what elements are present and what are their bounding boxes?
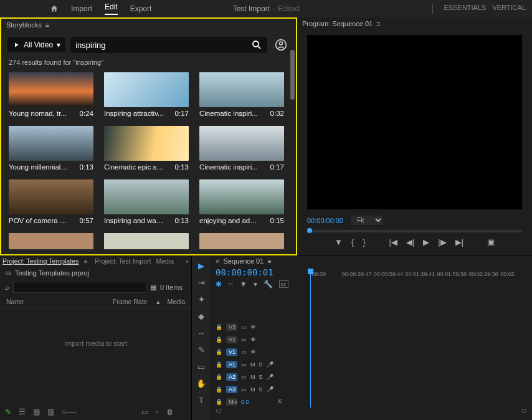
lock-icon[interactable]: 🔒 bbox=[216, 349, 222, 355]
eye-icon[interactable]: 👁 bbox=[250, 324, 256, 330]
tab-import[interactable]: Import bbox=[71, 4, 92, 13]
in-point-icon[interactable]: { bbox=[351, 237, 354, 247]
thumbnail[interactable] bbox=[199, 126, 284, 161]
col-media[interactable]: Media bbox=[160, 298, 185, 305]
razor-tool-icon[interactable]: ◆ bbox=[198, 312, 204, 321]
lock-icon[interactable]: 🔒 bbox=[216, 374, 222, 380]
workspace-essentials[interactable]: ESSENTIALS bbox=[444, 4, 487, 14]
stock-clip-item[interactable]: Young nomad, tr... 0:24 bbox=[9, 72, 93, 120]
project-tab-2[interactable]: Project: Test Import bbox=[95, 257, 151, 265]
panel-menu-icon[interactable] bbox=[45, 21, 52, 29]
go-to-out-icon[interactable]: ▶| bbox=[455, 237, 463, 247]
filter-dropdown[interactable]: All Video ▾ bbox=[7, 37, 65, 52]
voiceover-icon[interactable]: 🎤 bbox=[267, 361, 273, 368]
track-target[interactable]: V3 bbox=[226, 323, 237, 331]
step-back-icon[interactable]: ◀| bbox=[406, 237, 414, 247]
play-icon[interactable]: ▶ bbox=[423, 237, 429, 247]
go-to-in-icon[interactable]: |◀ bbox=[389, 237, 397, 247]
stock-clip-item[interactable]: Cinematic epic sh... 0:13 bbox=[104, 126, 189, 173]
track-target[interactable]: A3 bbox=[226, 386, 237, 393]
toggle-output-icon[interactable]: ▭ bbox=[241, 386, 247, 393]
solo-toggle[interactable]: S bbox=[259, 361, 263, 368]
home-icon[interactable] bbox=[50, 4, 59, 13]
pen-tool-icon[interactable]: ✎ bbox=[198, 345, 205, 355]
zoom-slider[interactable]: ○── bbox=[62, 408, 77, 416]
track-target[interactable]: A1 bbox=[226, 361, 237, 368]
marker-icon[interactable]: ▼ bbox=[335, 237, 343, 247]
thumbnail[interactable] bbox=[104, 179, 189, 214]
linked-selection-icon[interactable]: ∩ bbox=[228, 280, 234, 289]
tab-export[interactable]: Export bbox=[130, 4, 152, 13]
thumbnail[interactable] bbox=[199, 72, 284, 107]
thumbnail[interactable] bbox=[9, 72, 93, 107]
voiceover-icon[interactable]: 🎤 bbox=[267, 374, 273, 380]
stock-clip-item[interactable]: Young millennial ... 0:13 bbox=[9, 126, 93, 173]
eye-icon[interactable]: 👁 bbox=[250, 349, 256, 355]
project-tab-1[interactable]: Project: Testing Templates bbox=[2, 257, 78, 265]
track-select-tool-icon[interactable]: ⇥ bbox=[198, 278, 205, 287]
stock-clip-item[interactable]: Cinematic inspiri... 0:17 bbox=[199, 126, 284, 173]
marker-icon[interactable]: ▼ bbox=[240, 280, 247, 289]
type-tool-icon[interactable]: T bbox=[199, 396, 204, 405]
expand-icon[interactable]: ⇱ bbox=[278, 399, 283, 405]
mute-toggle[interactable]: M bbox=[250, 361, 255, 368]
track-target[interactable]: V1 bbox=[226, 348, 237, 356]
panel-menu-icon[interactable] bbox=[267, 257, 273, 265]
project-tab-3[interactable]: Media bbox=[156, 257, 174, 265]
cc-icon[interactable]: cc bbox=[279, 280, 288, 288]
stock-clip-item[interactable]: Inspiring and wan... 0:13 bbox=[104, 179, 189, 227]
ripple-edit-tool-icon[interactable]: ✦ bbox=[198, 295, 205, 304]
program-monitor[interactable] bbox=[307, 35, 522, 209]
filter-icon[interactable]: ▤ bbox=[150, 284, 156, 292]
zoom-fit-dropdown[interactable]: Fit bbox=[351, 216, 383, 225]
thumbnail[interactable] bbox=[104, 126, 189, 161]
icon-view-icon[interactable]: ▦ bbox=[33, 408, 40, 416]
solo-toggle[interactable]: S bbox=[259, 374, 263, 380]
stock-clip-item[interactable]: enjoying and adm... 0:15 bbox=[199, 179, 284, 227]
playhead[interactable] bbox=[310, 269, 311, 408]
toggle-output-icon[interactable]: ▭ bbox=[241, 349, 247, 355]
program-scrubber[interactable] bbox=[307, 230, 522, 232]
scrollbar-thumb[interactable] bbox=[290, 50, 295, 100]
col-framerate[interactable]: Frame Rate bbox=[113, 298, 156, 305]
tab-edit[interactable]: Edit bbox=[105, 2, 118, 15]
thumbnail[interactable] bbox=[9, 179, 93, 214]
list-view-icon[interactable]: ☰ bbox=[19, 408, 26, 416]
voiceover-icon[interactable]: 🎤 bbox=[267, 386, 273, 393]
rectangle-tool-icon[interactable]: ▭ bbox=[197, 362, 205, 371]
thumbnail[interactable] bbox=[199, 179, 284, 214]
delete-icon[interactable]: 🗑 bbox=[166, 408, 174, 416]
freeform-view-icon[interactable]: ▥ bbox=[47, 408, 54, 416]
workspace-vertical[interactable]: VERTICAL bbox=[492, 4, 526, 14]
new-item-icon[interactable]: ▫ bbox=[156, 408, 158, 416]
thumbnail[interactable] bbox=[9, 126, 93, 161]
panel-menu-icon[interactable] bbox=[376, 20, 382, 27]
step-forward-icon[interactable]: |▶ bbox=[438, 237, 446, 247]
overflow-icon[interactable]: » bbox=[185, 257, 189, 265]
lock-icon[interactable]: 🔒 bbox=[216, 336, 222, 343]
lock-icon[interactable]: 🔒 bbox=[216, 324, 222, 330]
toggle-output-icon[interactable]: ▭ bbox=[241, 374, 247, 380]
thumbnail[interactable] bbox=[104, 72, 189, 107]
timeline-zoom-left[interactable]: ○ bbox=[216, 405, 222, 416]
program-timecode[interactable]: 00:00:00:00 bbox=[307, 217, 343, 224]
lock-icon[interactable]: 🔒 bbox=[216, 386, 222, 393]
timeline-zoom-right[interactable]: ○ bbox=[521, 405, 527, 416]
search-icon[interactable]: ⌕ bbox=[5, 284, 9, 291]
lock-icon[interactable]: 🔒 bbox=[216, 361, 222, 368]
search-icon[interactable] bbox=[251, 39, 262, 50]
stock-clip-item[interactable]: Inspiring attractiv... 0:17 bbox=[104, 72, 189, 120]
mute-toggle[interactable]: M bbox=[250, 386, 255, 393]
settings-icon[interactable]: ▾ bbox=[254, 280, 257, 289]
selection-tool-icon[interactable]: ▶ bbox=[198, 261, 204, 270]
toggle-output-icon[interactable]: ▭ bbox=[241, 361, 247, 368]
eye-icon[interactable]: 👁 bbox=[250, 336, 256, 343]
pen-icon[interactable]: ✎ bbox=[5, 408, 11, 416]
stock-clip-item[interactable]: POV of camera d... 0:57 bbox=[9, 179, 93, 227]
track-target[interactable]: A2 bbox=[226, 373, 237, 381]
hand-tool-icon[interactable]: ✋ bbox=[196, 379, 206, 388]
panel-menu-icon[interactable] bbox=[83, 257, 90, 265]
search-input[interactable] bbox=[75, 41, 251, 50]
toggle-output-icon[interactable]: ▭ bbox=[241, 336, 247, 343]
solo-toggle[interactable]: S bbox=[259, 386, 263, 393]
